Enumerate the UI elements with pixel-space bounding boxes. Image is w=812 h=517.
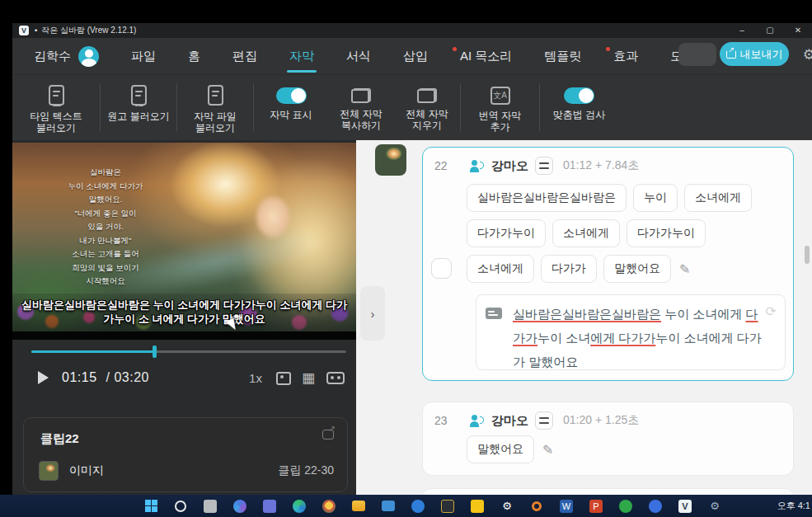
kakaotalk-app-icon[interactable] bbox=[468, 497, 486, 515]
seek-handle[interactable] bbox=[153, 345, 157, 358]
clip-row-thumbnail[interactable] bbox=[375, 144, 406, 176]
subtitle-text-icon bbox=[486, 308, 502, 319]
menu-edit[interactable]: 편집 bbox=[232, 40, 257, 73]
seek-bar[interactable] bbox=[31, 350, 346, 353]
zoom-app-icon[interactable] bbox=[646, 497, 664, 515]
play-button[interactable] bbox=[38, 371, 49, 384]
subtitle-visibility-toggle-on[interactable] bbox=[276, 87, 307, 104]
export-label: 내보내기 bbox=[740, 47, 783, 62]
clip-row-22-selected[interactable]: 22 강마오 01:12 + 7.84초 실바람은실바람은실바람은 누이 소녀에… bbox=[422, 147, 794, 381]
speaker-name[interactable]: 강마오 bbox=[491, 413, 528, 429]
clip-number: 23 bbox=[434, 414, 448, 427]
clip-checkbox[interactable] bbox=[431, 258, 452, 279]
subtitle-file-icon bbox=[208, 85, 223, 106]
notes-app-icon[interactable] bbox=[439, 497, 457, 515]
vrew-app-taskbar-icon[interactable]: V bbox=[676, 497, 694, 515]
powerpoint-app-icon[interactable]: P bbox=[587, 497, 605, 515]
subtitle-overlay-band: 실바람은실바람은실바람은 누이 소녀에게 다가가누이 소녀에게 다가가누이 소 … bbox=[12, 294, 356, 331]
word-chip[interactable]: 다가가누이 bbox=[627, 219, 706, 247]
collapse-panel-button[interactable]: › bbox=[360, 286, 385, 341]
tool-clear-all-subtitles[interactable]: 전체 자막 지우기 bbox=[394, 75, 460, 131]
word-chip[interactable]: 누이 bbox=[633, 184, 678, 212]
word-chip[interactable]: 소녀에게 bbox=[467, 255, 534, 283]
menu-subtitle-active[interactable]: 자막 bbox=[289, 40, 314, 73]
gear-app-icon[interactable]: ⚙ bbox=[706, 497, 724, 515]
word-chip[interactable]: 소녀에게 bbox=[552, 219, 620, 247]
preview-panel: 실바람은누이 소녀에게 다가가 말했어요."너에게 좋은 일이 있을 거야.내가… bbox=[12, 140, 356, 495]
tool-load-time-text[interactable]: ◔ 타임 텍스트 불러오기 bbox=[12, 75, 100, 134]
tool-load-subtitle-file[interactable]: 자막 파일 불러오기 bbox=[177, 75, 253, 134]
menu-ai-voice[interactable]: AI 목소리 bbox=[460, 40, 512, 73]
orange-app-icon[interactable] bbox=[528, 497, 546, 515]
menu-format[interactable]: 서식 bbox=[346, 40, 371, 73]
clip-range-label: 클립 22-30 bbox=[278, 463, 334, 478]
browser-app-icon[interactable] bbox=[409, 497, 427, 515]
menu-file[interactable]: 파일 bbox=[131, 40, 156, 73]
partially-hidden-button[interactable] bbox=[678, 43, 716, 66]
clip-row-23[interactable]: 23 강마오 01:20 + 1.25초 말했어요 ✎ bbox=[422, 402, 794, 476]
menu-insert[interactable]: 삽입 bbox=[403, 40, 428, 73]
export-button[interactable]: 내보내기 bbox=[720, 42, 789, 66]
word-chip[interactable]: 말했어요 bbox=[467, 435, 534, 463]
edit-pencil-icon[interactable]: ✎ bbox=[542, 442, 553, 458]
word-chips: 실바람은실바람은실바람은 누이 소녀에게 다가가누이 소녀에게 다가가누이 소녀… bbox=[467, 184, 781, 290]
time-text-icon: ◔ bbox=[49, 85, 64, 106]
spellcheck-toggle-on[interactable] bbox=[564, 87, 594, 104]
clip-info-card[interactable]: 클립22 이미지 클립 22-30 bbox=[23, 417, 348, 492]
photos-app-icon[interactable] bbox=[231, 497, 249, 515]
word-chip[interactable]: 말했어요 bbox=[603, 255, 671, 283]
menu-template[interactable]: 템플릿 bbox=[544, 40, 581, 73]
account-menu[interactable]: 김학수 bbox=[34, 46, 99, 67]
vrew-logo-icon: V bbox=[19, 26, 29, 35]
edge-browser-icon[interactable] bbox=[290, 497, 308, 515]
tool-show-subtitle[interactable]: 자막 표시 bbox=[254, 75, 328, 120]
word-chip[interactable]: 다가가 bbox=[541, 255, 597, 283]
clip-type-label: 이미지 bbox=[69, 463, 104, 478]
external-link-icon[interactable] bbox=[322, 430, 334, 439]
word-app-icon[interactable]: W bbox=[557, 497, 575, 515]
tool-add-translation[interactable]: 文A 번역 자막 추가 bbox=[461, 75, 539, 133]
scrollbar-thumb[interactable] bbox=[805, 246, 810, 264]
clip-settings-icon[interactable] bbox=[535, 157, 553, 175]
word-chip[interactable]: 다가가누이 bbox=[467, 219, 546, 247]
menu-home[interactable]: 홈 bbox=[188, 40, 200, 73]
video-preview[interactable]: 실바람은누이 소녀에게 다가가 말했어요."너에게 좋은 일이 있을 거야.내가… bbox=[12, 143, 356, 340]
spellcheck-text[interactable]: 실바람은실바람은실바람은 누이 소녀에게 다가가누이 소녀에게 다가가누이 소녀… bbox=[513, 302, 765, 374]
start-button-icon[interactable] bbox=[142, 497, 160, 515]
tool-copy-all-subtitles[interactable]: 전체 자막 복사하기 bbox=[328, 75, 394, 131]
video-mode-icon[interactable] bbox=[326, 372, 345, 384]
grid-overlay-icon[interactable]: ▦ bbox=[302, 369, 315, 387]
minimize-button[interactable]: – bbox=[728, 23, 756, 38]
menu-ai-voice-label: AI 목소리 bbox=[460, 49, 512, 63]
notification-dot bbox=[453, 47, 457, 51]
playback-speed-button[interactable]: 1x bbox=[249, 371, 262, 385]
search-taskbar-icon[interactable] bbox=[171, 497, 190, 515]
teams-app-icon[interactable] bbox=[260, 497, 279, 515]
mail-app-icon[interactable] bbox=[379, 497, 397, 515]
task-view-icon[interactable] bbox=[201, 497, 219, 515]
word-chip[interactable]: 실바람은실바람은실바람은 bbox=[467, 184, 627, 212]
clip-timestamp: 01:12 + 7.84초 bbox=[563, 158, 639, 173]
settings-app-icon[interactable]: ⚙ bbox=[498, 497, 516, 515]
tool-spellcheck[interactable]: 맞춤법 검사 bbox=[540, 75, 618, 120]
refresh-icon[interactable]: ⟳ bbox=[766, 303, 777, 319]
tool-load-script[interactable]: ✎ 원고 불러오기 bbox=[101, 75, 176, 122]
screen-left-margin bbox=[0, 0, 12, 495]
screenshot-capture-icon[interactable] bbox=[274, 370, 290, 385]
word-chip[interactable]: 소녀에게 bbox=[684, 184, 752, 212]
tool-label: 전체 자막 복사하기 bbox=[340, 108, 382, 131]
maximize-button[interactable]: ▢ bbox=[756, 23, 784, 38]
file-explorer-icon[interactable] bbox=[350, 497, 368, 515]
chrome-profile-icon[interactable] bbox=[320, 497, 338, 515]
edit-pencil-icon[interactable]: ✎ bbox=[679, 261, 690, 277]
menu-effect[interactable]: 효과 bbox=[613, 40, 638, 73]
green-app-icon[interactable] bbox=[617, 497, 635, 515]
settings-gear-icon[interactable]: ⚙ bbox=[803, 46, 812, 63]
total-time: 03:20 bbox=[114, 370, 149, 384]
subtitle-overlay-text: 실바람은실바람은실바람은 누이 소녀에게 다가가누이 소녀에게 다가가누이 소 … bbox=[19, 298, 350, 326]
clip-settings-icon[interactable] bbox=[535, 411, 553, 430]
spellcheck-result-box[interactable]: 실바람은실바람은실바람은 누이 소녀에게 다가가누이 소녀에게 다가가누이 소녀… bbox=[476, 294, 786, 370]
close-button[interactable]: ✕ bbox=[784, 23, 812, 38]
speaker-name[interactable]: 강마오 bbox=[491, 158, 528, 174]
copy-icon bbox=[351, 88, 371, 103]
